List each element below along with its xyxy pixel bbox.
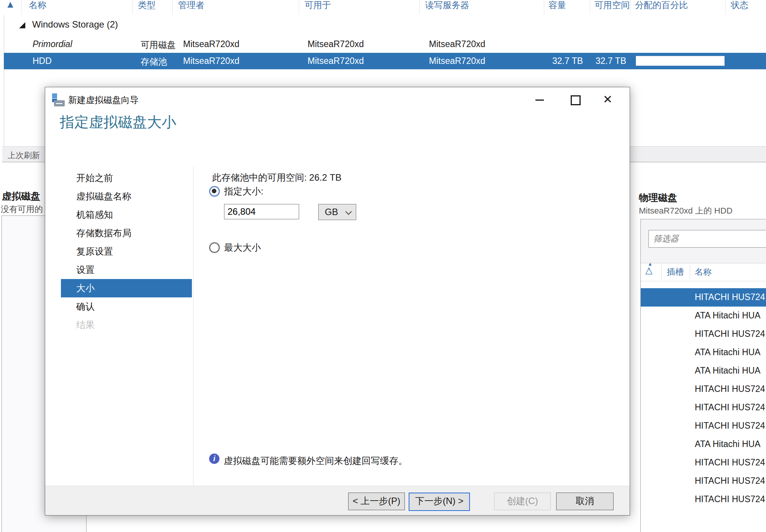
pool-capacity: 32.7 TB: [552, 56, 583, 66]
pool-available: MitseaR720xd: [308, 39, 364, 49]
physical-disk-row[interactable]: HITACHI HUS724: [641, 472, 766, 490]
disk-name: HITACHI HUS724: [695, 329, 765, 339]
pool-type: 可用磁盘: [141, 39, 176, 51]
disk-name: ATA Hitachi HUA: [695, 439, 761, 449]
size-input[interactable]: [224, 204, 299, 219]
pool-row-primordial[interactable]: Primordial 可用磁盘 MitseaR720xd MitseaR720x…: [4, 36, 766, 52]
column-slot[interactable]: 插槽: [667, 266, 684, 278]
virtual-disks-title: 虚拟磁盘: [2, 190, 40, 202]
physical-disks-title: 物理磁盘: [639, 191, 677, 204]
physical-disks-panel: ▲ △! 插槽 名称 HITACHI HUS724ATA Hitachi HUA…: [640, 219, 766, 532]
physical-disk-row[interactable]: HITACHI HUS724: [641, 490, 766, 509]
warning-column-icon[interactable]: △!: [645, 265, 652, 276]
physical-disk-row[interactable]: ATA Hitachi HUA: [641, 362, 766, 380]
wizard-step-存储数据布局[interactable]: 存储数据布局: [61, 224, 192, 242]
virtual-disks-empty-text: 没有可用的: [1, 204, 43, 215]
physical-disk-row[interactable]: HITACHI HUS724: [641, 288, 766, 307]
create-button: 创建(C): [494, 493, 551, 510]
next-button[interactable]: 下一步(N) >: [409, 493, 470, 511]
disk-name: HITACHI HUS724: [695, 402, 765, 413]
column-separator: [419, 0, 420, 15]
pool-group-label: Windows Storage (2): [32, 19, 118, 30]
column-separator: [590, 0, 590, 15]
pool-column-6[interactable]: 容量: [548, 0, 566, 11]
physical-disk-row[interactable]: HITACHI HUS724: [641, 325, 766, 343]
physical-disks-list: HITACHI HUS724ATA Hitachi HUAHITACHI HUS…: [641, 288, 766, 509]
collapse-triangle-icon[interactable]: [19, 22, 25, 28]
pool-tile-border: [4, 15, 4, 146]
warning-column-icon[interactable]: ▲!: [5, 0, 15, 10]
allocated-percent-bar: [636, 56, 725, 66]
pool-available: MitseaR720xd: [308, 56, 364, 66]
pool-name: Primordial: [33, 39, 72, 49]
disk-name: ATA Hitachi HUA: [695, 366, 761, 376]
unit-dropdown[interactable]: GB: [318, 204, 356, 220]
wizard-divider: [193, 167, 193, 488]
column-separator: [172, 0, 173, 15]
wizard-step-设置[interactable]: 设置: [61, 261, 192, 279]
column-name[interactable]: 名称: [695, 266, 712, 278]
physical-disk-row[interactable]: HITACHI HUS724: [641, 380, 766, 398]
disk-name: ATA Hitachi HUA: [695, 310, 761, 321]
pool-column-5[interactable]: 读写服务器: [425, 0, 469, 11]
wizard-step-结果: 结果: [61, 316, 192, 334]
pool-manager: MitseaR720xd: [183, 56, 239, 66]
unit-value: GB: [325, 207, 338, 217]
minimize-button[interactable]: [531, 92, 548, 107]
column-separator: [544, 0, 544, 15]
close-button[interactable]: ✕: [600, 92, 617, 107]
max-size-radio[interactable]: [209, 242, 220, 253]
last-refresh-label: 上次刷新: [8, 150, 40, 161]
pool-column-4[interactable]: 可用于: [304, 0, 331, 11]
physical-disks-table-header: ▲ △! 插槽 名称: [641, 263, 766, 281]
pool-type: 存储池: [141, 56, 167, 68]
wizard-step-开始之前[interactable]: 开始之前: [61, 169, 192, 187]
disk-name: HITACHI HUS724: [695, 384, 765, 394]
wizard-step-机箱感知[interactable]: 机箱感知: [61, 206, 192, 224]
pool-rw-server: MitseaR720xd: [429, 39, 485, 49]
physical-disk-row[interactable]: ATA Hitachi HUA: [641, 343, 766, 362]
filter-input[interactable]: [648, 230, 766, 248]
physical-disk-row[interactable]: ATA Hitachi HUA: [641, 307, 766, 325]
disk-name: HITACHI HUS724: [695, 292, 765, 302]
maximize-button[interactable]: [566, 92, 584, 107]
wizard-step-复原设置[interactable]: 复原设置: [61, 242, 192, 261]
wizard-step-大小[interactable]: 大小: [61, 279, 192, 297]
disk-name: HITACHI HUS724: [695, 494, 765, 504]
column-separator: [299, 0, 299, 15]
wizard-app-icon: [52, 93, 66, 107]
pool-rw-server: MitseaR720xd: [429, 56, 485, 66]
pool-column-3[interactable]: 管理者: [178, 0, 205, 11]
pool-column-2[interactable]: 类型: [138, 0, 155, 11]
pool-column-7[interactable]: 可用空间: [594, 0, 630, 11]
previous-button[interactable]: < 上一步(P): [348, 493, 405, 510]
column-separator: [132, 0, 133, 15]
physical-disk-row[interactable]: ATA Hitachi HUA: [641, 435, 766, 454]
wizard-step-虚拟磁盘名称[interactable]: 虚拟磁盘名称: [61, 187, 192, 206]
write-back-cache-note: 虚拟磁盘可能需要额外空间来创建回写缓存。: [224, 455, 408, 467]
pool-row-hdd[interactable]: HDD 存储池 MitseaR720xd MitseaR720xd Mitsea…: [4, 53, 766, 69]
wizard-footer: < 上一步(P) 下一步(N) > 创建(C) 取消: [45, 486, 630, 515]
free-space-label: 此存储池中的可用空间: 26.2 TB: [212, 171, 341, 184]
specify-size-radio[interactable]: [209, 186, 220, 197]
physical-disk-row[interactable]: HITACHI HUS724: [641, 417, 766, 435]
physical-disk-row[interactable]: HITACHI HUS724: [641, 398, 766, 417]
column-separator: [630, 0, 630, 15]
pool-free-space: 32.7 TB: [596, 56, 626, 66]
disk-name: ATA Hitachi HUA: [695, 347, 761, 357]
pool-group-row[interactable]: Windows Storage (2): [4, 18, 766, 34]
column-separator: [725, 0, 725, 15]
pool-column-8[interactable]: 分配的百分比: [635, 0, 688, 11]
info-icon: i: [209, 454, 219, 464]
physical-disk-row[interactable]: HITACHI HUS724: [641, 454, 766, 472]
cancel-button[interactable]: 取消: [556, 493, 614, 510]
column-separator: [21, 0, 21, 15]
max-size-label[interactable]: 最大大小: [224, 242, 261, 254]
specify-size-label[interactable]: 指定大小:: [224, 185, 264, 197]
disk-name: HITACHI HUS724: [695, 457, 765, 468]
pool-column-9[interactable]: 状态: [731, 0, 748, 11]
filter-strip: [641, 219, 766, 263]
pool-column-1[interactable]: 名称: [29, 0, 46, 11]
wizard-page-heading: 指定虚拟磁盘大小: [60, 113, 176, 132]
wizard-step-确认[interactable]: 确认: [61, 297, 192, 316]
